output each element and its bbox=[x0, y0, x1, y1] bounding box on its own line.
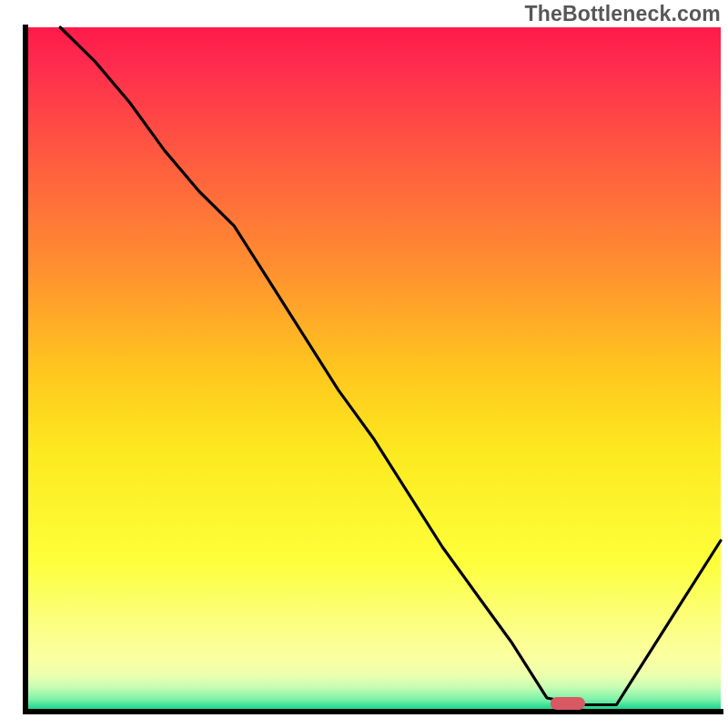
optimum-marker bbox=[551, 697, 585, 710]
bottleneck-chart bbox=[0, 0, 728, 728]
chart-background-gradient bbox=[25, 27, 721, 712]
